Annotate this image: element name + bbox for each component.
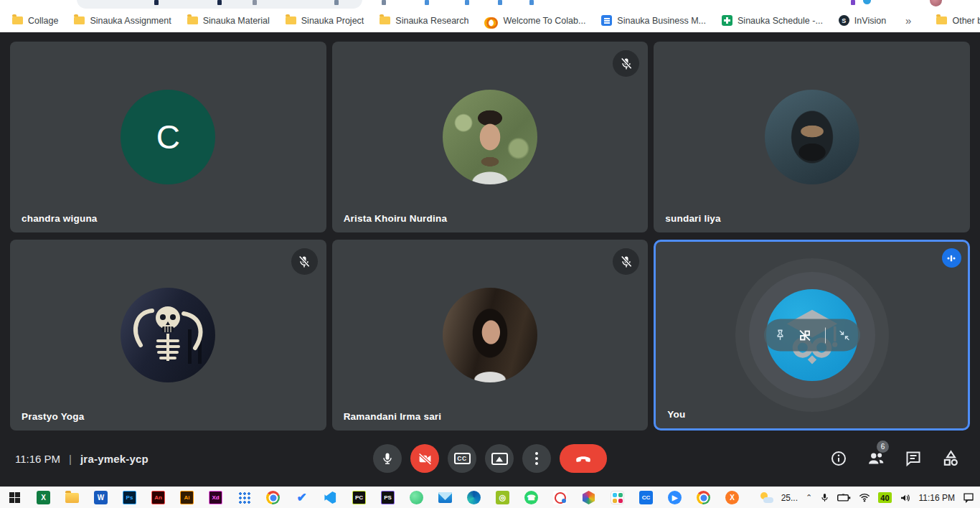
action-center-icon[interactable] [963, 492, 974, 503]
bookmark-welcome-to-colab[interactable]: Welcome To Colab... [478, 12, 592, 29]
toolbar-icon-fragment [154, 0, 159, 5]
video-call-app-icon[interactable]: ▶ [667, 490, 682, 505]
bookmark-sinauka-project[interactable]: Sinauka Project [279, 12, 371, 29]
pin-icon[interactable] [773, 329, 787, 342]
participant-grid: C chandra wiguna Arista Khoiru Nurdina [10, 42, 970, 431]
bookmarks-overflow-chevron-icon[interactable]: » [898, 14, 918, 27]
volume-icon[interactable] [900, 493, 911, 503]
avatar: C [121, 90, 215, 184]
bookmark-collage[interactable]: Collage [6, 12, 65, 29]
present-screen-button[interactable] [485, 444, 514, 473]
participant-tile-chandra-wiguna[interactable]: C chandra wiguna [10, 42, 326, 232]
file-explorer-icon[interactable] [65, 490, 80, 505]
clock-time: 11:16 PM [15, 453, 60, 465]
bookmark-sinauka-research[interactable]: Sinauka Research [373, 12, 475, 29]
toolbar-icon-fragment [425, 0, 429, 5]
bookmark-label: Sinauka Assignment [90, 16, 171, 26]
pycharm-icon[interactable]: PC [352, 490, 367, 505]
skeleton-avatar-graphic [121, 288, 215, 382]
taskbar-clock[interactable]: 11:16 PM [919, 493, 955, 503]
captions-button[interactable]: CC [448, 444, 476, 473]
bookmark-sinauka-schedule[interactable]: Sinauka Schedule -... [715, 12, 829, 29]
end-call-button[interactable] [560, 444, 607, 473]
minimize-icon[interactable] [838, 329, 851, 342]
participant-name: You [667, 409, 685, 420]
other-bookmarks-button[interactable]: Other bookmarks [930, 12, 980, 29]
avatar [121, 288, 215, 382]
chat-button[interactable] [904, 449, 923, 468]
participant-tile-sundari[interactable]: sundari liya [654, 42, 970, 232]
show-participants-button[interactable]: 6 [867, 449, 885, 468]
battery-percent-badge[interactable]: 40 [878, 492, 891, 503]
mail-icon[interactable] [438, 490, 453, 505]
participant-name: Arista Khoiru Nurdina [344, 213, 447, 224]
weather-icon[interactable] [760, 492, 773, 503]
excel-icon[interactable]: X [36, 490, 51, 505]
participant-name: chandra wiguna [22, 213, 98, 224]
meet-bottom-bar: 11:16 PM | jra-ymek-ycp [0, 431, 980, 486]
participant-tile-you[interactable]: You [654, 240, 970, 431]
weather-temp[interactable]: 25... [781, 493, 798, 503]
xampp-icon[interactable]: X [725, 490, 740, 505]
audio-speaking-indicator-icon [942, 248, 961, 268]
folder-icon [936, 17, 947, 24]
participant-name: Prastyo Yoga [22, 411, 84, 422]
meeting-status: 11:16 PM | jra-ymek-ycp [15, 453, 149, 465]
avatar [443, 288, 537, 382]
creative-cloud-icon[interactable]: CC [639, 490, 654, 505]
genymotion-icon[interactable] [409, 490, 424, 505]
folder-icon [380, 17, 390, 24]
illustrator-icon[interactable]: Ai [179, 490, 194, 505]
info-icon [830, 450, 847, 467]
divider: | [69, 453, 72, 465]
participant-tile-arista[interactable]: Arista Khoiru Nurdina [332, 42, 649, 232]
activities-button[interactable] [941, 449, 960, 468]
participant-tile-ramandani[interactable]: Ramandani Irma sari [332, 240, 649, 431]
bookmark-sinauka-material[interactable]: Sinauka Material [181, 12, 276, 29]
folder-icon [286, 17, 296, 24]
browser-toolbar-fragment [0, 0, 980, 9]
remove-from-layout-icon[interactable] [797, 327, 813, 343]
microphone-button[interactable] [373, 444, 402, 473]
sketch-app-icon[interactable] [552, 490, 567, 505]
photoshop-icon[interactable]: Ps [122, 490, 137, 505]
participant-tile-prastyo[interactable]: Prastyo Yoga [10, 240, 326, 431]
adobe-xd-icon[interactable]: Xd [208, 490, 223, 505]
chrome-running-icon[interactable] [696, 490, 711, 505]
bookmark-sinauka-assignment[interactable]: Sinauka Assignment [67, 12, 177, 29]
slack-icon[interactable] [610, 490, 625, 505]
meeting-details-button[interactable] [829, 449, 848, 468]
edge-icon[interactable] [466, 490, 481, 505]
toolbar-icon-fragment [334, 0, 339, 5]
vscode-icon[interactable] [323, 490, 338, 505]
camera-off-button[interactable] [410, 444, 439, 473]
captions-icon: CC [454, 453, 471, 464]
wifi-icon[interactable] [859, 493, 870, 502]
windows-start-icon[interactable] [7, 490, 22, 505]
more-options-button[interactable] [522, 444, 551, 473]
browser-profile-avatar[interactable] [930, 0, 942, 6]
bookmark-label: Sinauka Schedule -... [738, 16, 823, 26]
bookmark-invision[interactable]: S InVision [832, 12, 892, 29]
tray-microphone-icon[interactable] [820, 492, 829, 503]
animate-icon[interactable]: An [151, 490, 166, 505]
divider [825, 327, 826, 343]
toolbar-icon-fragment [253, 0, 257, 5]
extension-icon-fragment [851, 0, 855, 5]
word-icon[interactable]: W [93, 490, 108, 505]
avatar-letter: C [156, 118, 180, 156]
bookmark-sinauka-business[interactable]: Sinauka Business M... [595, 12, 712, 29]
battery-icon[interactable] [837, 493, 851, 502]
tray-expand-chevron-icon[interactable]: ⌃ [806, 493, 812, 502]
chrome-icon[interactable] [265, 490, 281, 505]
whatsapp-icon[interactable]: ☎ [524, 490, 539, 505]
android-camera-icon[interactable]: ◎ [495, 490, 510, 505]
grid-app-icon[interactable] [237, 490, 252, 505]
bookmark-label: InVision [854, 16, 886, 26]
hexagon-app-icon[interactable] [581, 490, 596, 505]
participant-name: sundari liya [665, 213, 720, 224]
phpstorm-icon[interactable]: PS [380, 490, 395, 505]
other-bookmarks-label: Other bookmarks [952, 16, 980, 26]
check-app-icon[interactable]: ✔ [294, 490, 309, 505]
invision-icon: S [839, 15, 849, 26]
